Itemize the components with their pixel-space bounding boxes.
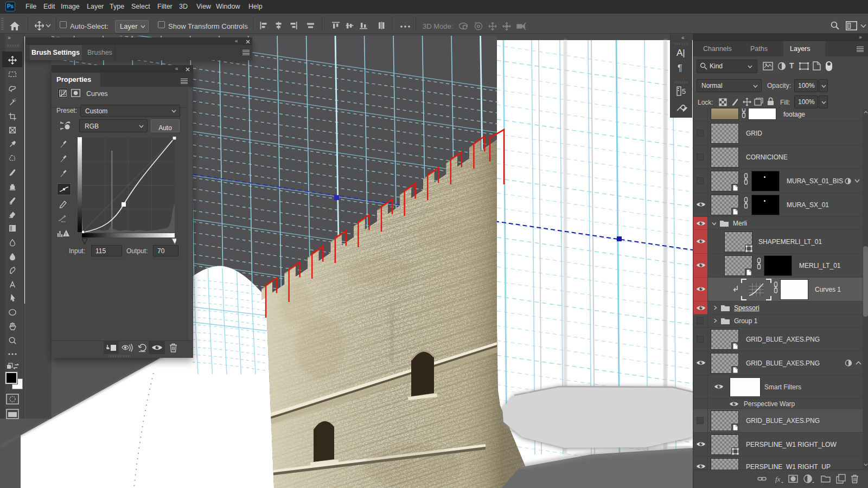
svg-text:fx: fx: [775, 475, 781, 483]
svg-text:5: 5: [682, 87, 686, 95]
svg-text:!: !: [65, 232, 67, 237]
